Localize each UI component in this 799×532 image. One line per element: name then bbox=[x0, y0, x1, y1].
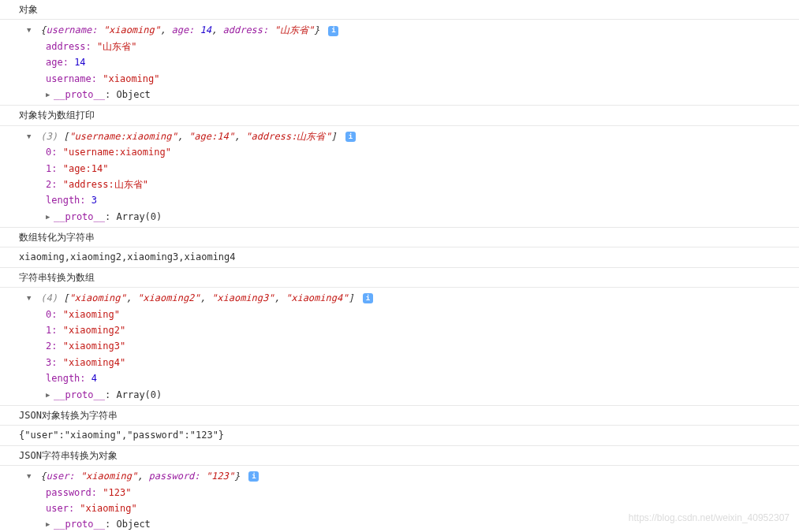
info-icon[interactable]: i bbox=[363, 293, 373, 303]
index-0[interactable]: 0: "xiaoming" bbox=[19, 307, 799, 322]
index-3[interactable]: 3: "xiaoming4" bbox=[19, 355, 799, 370]
array-summary[interactable]: (3) ["username:xiaoming", "age:14", "add… bbox=[40, 131, 342, 142]
expand-arrow-icon[interactable] bbox=[46, 389, 54, 401]
index-1[interactable]: 1: "age:14" bbox=[19, 161, 799, 177]
watermark-text: https://blog.csdn.net/weixin_40952307 bbox=[629, 510, 790, 526]
prop-proto[interactable]: __proto__: Object bbox=[19, 87, 799, 102]
expand-arrow-icon[interactable] bbox=[27, 471, 35, 482]
index-2[interactable]: 2: "address:山东省" bbox=[19, 177, 799, 192]
log-object-expanded[interactable]: {username: "xiaoming", age: 14, address:… bbox=[0, 20, 799, 106]
index-0[interactable]: 0: "username:xiaoming" bbox=[19, 144, 799, 160]
index-2[interactable]: 2: "xiaoming3" bbox=[19, 338, 799, 354]
log-array2-expanded[interactable]: (4) ["xiaoming", "xiaoming2", "xiaoming3… bbox=[0, 288, 799, 406]
object-summary[interactable]: {user: "xiaoming", password: "123"} bbox=[40, 471, 245, 482]
log-label-string-to-array: 字符串转换为数组 bbox=[0, 268, 799, 288]
info-icon[interactable]: i bbox=[248, 471, 259, 482]
prop-proto[interactable]: __proto__: Array(0) bbox=[19, 387, 799, 403]
log-json-string-value: {"user":"xiaoming","password":"123"} bbox=[0, 426, 799, 445]
info-icon[interactable]: i bbox=[328, 26, 338, 36]
log-string-value: xiaoming,xiaoming2,xiaoming3,xiaoming4 bbox=[0, 247, 799, 267]
log-label-object: 对象 bbox=[0, 0, 799, 20]
log-label-obj-to-array: 对象转为数组打印 bbox=[0, 106, 799, 125]
object-summary[interactable]: {username: "xiaoming", age: 14, address:… bbox=[40, 24, 325, 35]
log-array1-expanded[interactable]: (3) ["username:xiaoming", "age:14", "add… bbox=[0, 126, 799, 228]
log-label-array-to-string: 数组转化为字符串 bbox=[0, 228, 799, 247]
expand-arrow-icon[interactable] bbox=[46, 211, 54, 223]
expand-arrow-icon[interactable] bbox=[27, 24, 35, 36]
log-label-json-to-string: JSON对象转换为字符串 bbox=[0, 406, 799, 426]
expand-arrow-icon[interactable] bbox=[27, 292, 35, 304]
prop-age[interactable]: age: 14 bbox=[19, 54, 799, 70]
info-icon[interactable]: i bbox=[345, 132, 356, 142]
expand-arrow-icon[interactable] bbox=[27, 131, 35, 143]
prop-length[interactable]: length: 4 bbox=[19, 370, 799, 386]
prop-address[interactable]: address: "山东省" bbox=[19, 39, 799, 54]
prop-username[interactable]: username: "xiaoming" bbox=[19, 71, 799, 87]
log-label-json-to-object: JSON字符串转换为对象 bbox=[0, 446, 799, 466]
array-summary[interactable]: (4) ["xiaoming", "xiaoming2", "xiaoming3… bbox=[40, 292, 360, 303]
prop-proto[interactable]: __proto__: Array(0) bbox=[19, 209, 799, 225]
prop-password[interactable]: password: "123" bbox=[19, 485, 799, 500]
expand-arrow-icon[interactable] bbox=[46, 519, 54, 530]
expand-arrow-icon[interactable] bbox=[46, 89, 54, 101]
index-1[interactable]: 1: "xiaoming2" bbox=[19, 322, 799, 338]
prop-length[interactable]: length: 3 bbox=[19, 192, 799, 208]
